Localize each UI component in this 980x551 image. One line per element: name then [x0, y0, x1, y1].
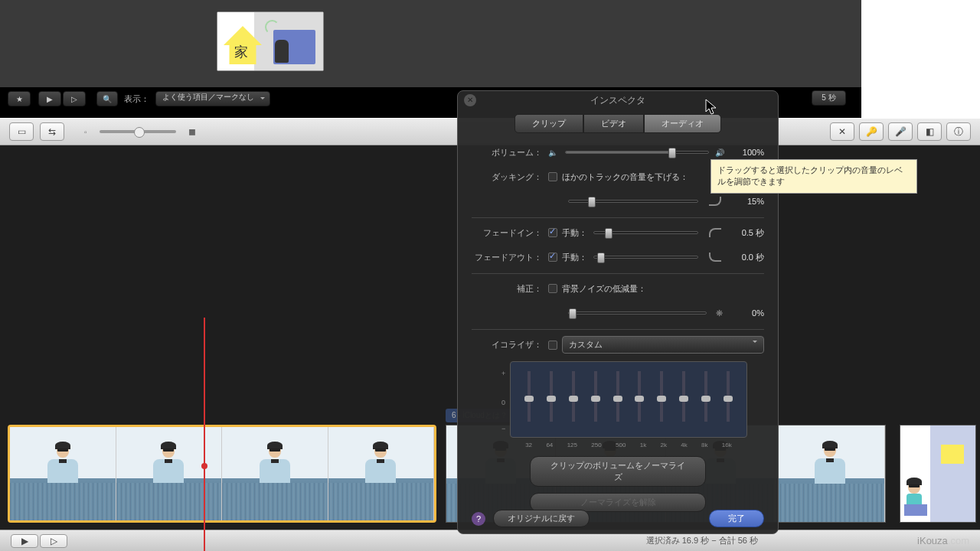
swap-button[interactable]: ⇆: [40, 122, 64, 141]
project-thumbnail[interactable]: [217, 11, 324, 71]
eq-axis-minus: −: [501, 425, 505, 432]
selected-clip[interactable]: [8, 425, 436, 523]
eq-axis-zero: 0: [501, 399, 505, 406]
tab-audio[interactable]: オーディオ: [644, 114, 721, 133]
play-forward-button[interactable]: ▷: [63, 91, 86, 106]
ducking-checkbox[interactable]: [548, 172, 557, 181]
person-icon: [275, 40, 289, 63]
ducking-slider[interactable]: [568, 200, 698, 203]
clip-3[interactable]: [900, 425, 976, 523]
house-icon: [941, 445, 964, 464]
bottom-forward-button[interactable]: ▷: [40, 534, 67, 548]
search-button[interactable]: 🔍: [96, 91, 118, 106]
speaker-high-icon: 🔊: [715, 148, 726, 157]
volume-tooltip: ドラッグすると選択したクリップ内の音量のレベルを調節できます: [710, 159, 917, 194]
ducking-value: 15%: [726, 197, 764, 206]
fadeout-value: 0.0 秒: [726, 252, 764, 263]
fadein-label: フェードイン：: [472, 227, 548, 239]
inspector-panel: ✕ インスペクタ クリップ ビデオ オーディオ ボリューム： 🔈 🔊 100% …: [457, 90, 779, 534]
key-button[interactable]: 🔑: [859, 122, 884, 141]
eq-label: イコライザ：: [472, 339, 548, 350]
eq-band-slider[interactable]: [594, 371, 597, 422]
volume-value: 100%: [726, 148, 764, 157]
crop-button[interactable]: ◧: [917, 122, 942, 141]
fadeout-curve-icon: [709, 253, 721, 262]
noise-value: 0%: [726, 308, 764, 318]
display-label: 表示：: [124, 93, 149, 105]
inspector-title: ✕ インスペクタ: [458, 91, 778, 109]
camera-button[interactable]: ▭: [9, 122, 34, 141]
noise-checkbox-label: 背景ノイズの低減量：: [562, 283, 764, 295]
zoom-out-icon: ▫: [84, 128, 87, 136]
fadein-checkbox[interactable]: [548, 228, 557, 237]
clip-duration[interactable]: 5 秒: [812, 90, 846, 106]
eq-checkbox[interactable]: [548, 341, 557, 350]
playhead[interactable]: [204, 318, 205, 551]
eq-axis-plus: +: [501, 370, 505, 377]
close-button[interactable]: ✕: [830, 122, 854, 141]
eq-band-slider[interactable]: [528, 371, 531, 422]
fadein-curve-icon: [709, 228, 721, 237]
close-icon[interactable]: ✕: [464, 94, 476, 106]
speaker-low-icon: 🔈: [548, 148, 559, 157]
eq-band-slider[interactable]: [550, 371, 553, 422]
fadein-slider[interactable]: [593, 231, 698, 234]
eq-band-slider[interactable]: [682, 371, 685, 422]
normalize-button[interactable]: クリップのボリュームをノーマライズ: [530, 456, 706, 487]
eq-band-slider[interactable]: [660, 371, 663, 422]
volume-slider[interactable]: [565, 151, 709, 154]
display-filter-dropdown[interactable]: よく使う項目／マークなし: [155, 91, 270, 106]
inspector-tabs: クリップ ビデオ オーディオ: [458, 114, 778, 133]
fadeout-manual-label: 手動：: [562, 252, 587, 263]
noise-icon: ❋: [716, 308, 723, 318]
person-icon: [906, 480, 922, 507]
fadeout-label: フェードアウト：: [472, 252, 548, 263]
tab-clip[interactable]: クリップ: [514, 114, 583, 133]
zoom-in-icon: ◼: [188, 126, 196, 137]
house-icon: [224, 26, 262, 64]
correction-label: 補正：: [472, 283, 548, 295]
status-text: 選択済み 16.9 秒 − 合計 56 秒: [646, 535, 758, 546]
favorite-button[interactable]: ★: [8, 91, 31, 106]
help-button[interactable]: ?: [472, 512, 485, 526]
laptop-icon: [904, 504, 927, 516]
info-button[interactable]: ⓘ: [946, 122, 971, 141]
thumbnail-image: [217, 12, 323, 70]
eq-freq-labels: 32641252505001k2k4k8k16k: [518, 442, 739, 448]
eq-band-slider[interactable]: [616, 371, 619, 422]
fadeout-checkbox[interactable]: [548, 253, 557, 262]
eq-band-slider[interactable]: [638, 371, 641, 422]
eq-band-slider[interactable]: [572, 371, 575, 422]
duck-curve-icon: [709, 197, 721, 206]
thumbnail-zoom-slider[interactable]: [100, 130, 176, 133]
equalizer-graph[interactable]: + 0 − 32641252505001k2k4k8k16k: [510, 361, 747, 438]
fadein-value: 0.5 秒: [726, 227, 764, 239]
play-button[interactable]: ▶: [38, 91, 61, 106]
eq-band-slider[interactable]: [727, 371, 730, 422]
project-area: [0, 0, 861, 88]
fadein-manual-label: 手動：: [562, 227, 587, 239]
revert-button[interactable]: オリジナルに戻す: [493, 510, 590, 527]
done-button[interactable]: 完了: [709, 510, 764, 527]
noise-checkbox[interactable]: [548, 284, 557, 293]
bottom-play-button[interactable]: ▶: [11, 534, 38, 548]
eq-band-slider[interactable]: [704, 371, 707, 422]
inspector-title-text: インスペクタ: [590, 95, 645, 106]
noise-slider[interactable]: [568, 311, 707, 315]
tab-video[interactable]: ビデオ: [583, 114, 644, 133]
volume-label: ボリューム：: [472, 147, 548, 158]
ducking-label: ダッキング：: [472, 171, 548, 183]
eq-dropdown[interactable]: カスタム: [562, 336, 764, 354]
voiceover-button[interactable]: 🎤: [888, 122, 913, 141]
fadeout-slider[interactable]: [593, 256, 698, 259]
watermark: iKouza.com: [917, 535, 969, 546]
